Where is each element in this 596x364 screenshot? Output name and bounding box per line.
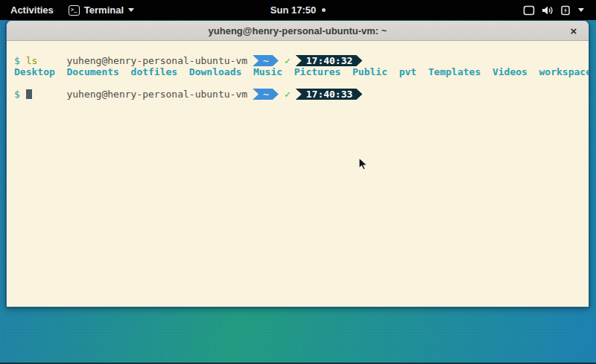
directory-entry: dotfiles: [131, 66, 178, 77]
current-command-line: $: [14, 89, 587, 100]
clock-button[interactable]: Sun 17:50: [263, 0, 333, 20]
terminal-screen[interactable]: yuheng@henry-personal-ubuntu-vm~✓17:40:3…: [7, 41, 589, 307]
chevron-down-icon: [128, 8, 134, 12]
battery-charging-icon: [560, 5, 571, 16]
prompt-symbol: $: [14, 89, 20, 100]
system-menu-button[interactable]: [516, 0, 592, 20]
directory-entry: Desktop: [14, 66, 55, 77]
volume-icon: [542, 5, 554, 16]
window-title: yuheng@henry-personal-ubuntu-vm: ~: [209, 25, 387, 36]
directory-entry: Downloads: [189, 66, 241, 77]
prompt-line: yuheng@henry-personal-ubuntu-vm~✓17:40:3…: [14, 77, 587, 89]
prompt-symbol: $: [14, 55, 20, 66]
terminal-cursor: [26, 89, 32, 99]
directory-entry: Music: [253, 66, 282, 77]
terminal-icon: >_: [69, 5, 80, 16]
command-line: $ ls: [14, 55, 587, 66]
app-menu-button[interactable]: >_ Terminal: [61, 0, 142, 20]
directory-entry: pvt: [399, 66, 416, 77]
clock-label: Sun 17:50: [270, 4, 316, 16]
desktop-background: Activities >_ Terminal Sun 17:50: [0, 0, 596, 364]
directory-entry: Templates: [428, 66, 481, 77]
screen-icon: [523, 5, 535, 16]
notification-dot-icon: [322, 8, 326, 12]
directory-entry: Pictures: [294, 66, 341, 77]
activities-button[interactable]: Activities: [3, 0, 61, 20]
terminal-window: yuheng@henry-personal-ubuntu-vm: ~ × yuh…: [6, 21, 589, 307]
close-button[interactable]: ×: [565, 22, 583, 39]
window-titlebar[interactable]: yuheng@henry-personal-ubuntu-vm: ~ ×: [7, 21, 589, 41]
directory-entry: Documents: [66, 66, 118, 77]
command-text: ls: [26, 55, 38, 66]
prompt-line: yuheng@henry-personal-ubuntu-vm~✓17:40:3…: [14, 44, 587, 55]
top-bar: Activities >_ Terminal Sun 17:50: [0, 0, 596, 20]
app-menu-label: Terminal: [84, 4, 124, 16]
ls-output-line: Desktop Documents dotfiles Downloads Mus…: [14, 66, 587, 77]
directory-entry: workspace: [539, 66, 589, 77]
directory-entry: Videos: [492, 66, 527, 77]
directory-entry: Public: [352, 66, 387, 77]
chevron-down-icon: [578, 8, 584, 12]
